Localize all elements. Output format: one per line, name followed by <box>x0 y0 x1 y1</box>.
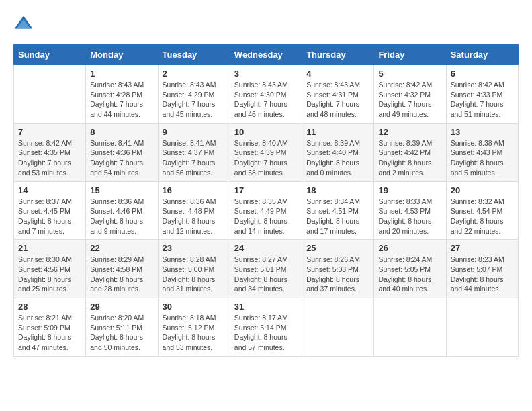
logo <box>13 13 36 34</box>
day-number: 12 <box>378 127 441 137</box>
day-number: 1 <box>90 68 153 79</box>
calendar-day-cell: 24Sunrise: 8:27 AM Sunset: 5:01 PM Dayli… <box>230 240 302 298</box>
day-info: Sunrise: 8:33 AM Sunset: 4:53 PM Dayligh… <box>378 197 441 236</box>
day-of-week-header: Sunday <box>14 45 86 65</box>
calendar-day-cell: 11Sunrise: 8:39 AM Sunset: 4:40 PM Dayli… <box>302 123 374 181</box>
calendar-day-cell: 1Sunrise: 8:43 AM Sunset: 4:28 PM Daylig… <box>86 65 158 124</box>
day-number: 10 <box>234 127 298 137</box>
calendar-week-row: 1Sunrise: 8:43 AM Sunset: 4:28 PM Daylig… <box>14 65 519 124</box>
day-number: 14 <box>18 185 81 195</box>
calendar-day-cell: 23Sunrise: 8:28 AM Sunset: 5:00 PM Dayli… <box>158 240 230 298</box>
calendar-day-cell: 20Sunrise: 8:32 AM Sunset: 4:54 PM Dayli… <box>446 181 518 240</box>
day-info: Sunrise: 8:21 AM Sunset: 5:09 PM Dayligh… <box>18 313 81 353</box>
day-of-week-header: Wednesday <box>230 45 302 65</box>
day-info: Sunrise: 8:29 AM Sunset: 4:58 PM Dayligh… <box>90 255 153 294</box>
day-number: 18 <box>306 185 369 195</box>
day-number: 20 <box>451 185 514 195</box>
day-number: 7 <box>18 127 81 137</box>
calendar-day-cell: 9Sunrise: 8:41 AM Sunset: 4:37 PM Daylig… <box>158 123 230 181</box>
calendar-day-cell: 14Sunrise: 8:37 AM Sunset: 4:45 PM Dayli… <box>14 181 86 240</box>
day-of-week-header: Monday <box>86 45 158 65</box>
calendar-day-cell: 17Sunrise: 8:35 AM Sunset: 4:49 PM Dayli… <box>230 181 302 240</box>
calendar-day-cell <box>446 298 518 357</box>
calendar-day-cell: 15Sunrise: 8:36 AM Sunset: 4:46 PM Dayli… <box>86 181 158 240</box>
calendar-day-cell: 19Sunrise: 8:33 AM Sunset: 4:53 PM Dayli… <box>374 181 446 240</box>
day-info: Sunrise: 8:26 AM Sunset: 5:03 PM Dayligh… <box>306 255 369 294</box>
calendar-day-cell: 6Sunrise: 8:42 AM Sunset: 4:33 PM Daylig… <box>446 65 518 124</box>
day-info: Sunrise: 8:42 AM Sunset: 4:35 PM Dayligh… <box>18 138 81 178</box>
day-info: Sunrise: 8:39 AM Sunset: 4:42 PM Dayligh… <box>378 138 441 178</box>
day-info: Sunrise: 8:43 AM Sunset: 4:30 PM Dayligh… <box>234 80 298 120</box>
calendar-day-cell: 8Sunrise: 8:41 AM Sunset: 4:36 PM Daylig… <box>86 123 158 181</box>
day-info: Sunrise: 8:18 AM Sunset: 5:12 PM Dayligh… <box>163 313 226 353</box>
logo-icon <box>13 13 34 34</box>
day-info: Sunrise: 8:30 AM Sunset: 4:56 PM Dayligh… <box>18 255 81 294</box>
calendar-day-cell <box>302 298 374 357</box>
day-number: 6 <box>451 68 514 79</box>
day-info: Sunrise: 8:20 AM Sunset: 5:11 PM Dayligh… <box>90 313 153 353</box>
calendar-day-cell: 13Sunrise: 8:38 AM Sunset: 4:43 PM Dayli… <box>446 123 518 181</box>
calendar-day-cell: 22Sunrise: 8:29 AM Sunset: 4:58 PM Dayli… <box>86 240 158 298</box>
day-number: 30 <box>163 302 226 312</box>
day-number: 5 <box>378 68 441 79</box>
day-info: Sunrise: 8:43 AM Sunset: 4:31 PM Dayligh… <box>306 80 369 120</box>
day-info: Sunrise: 8:43 AM Sunset: 4:28 PM Dayligh… <box>90 80 153 120</box>
day-number: 25 <box>306 243 369 253</box>
day-info: Sunrise: 8:35 AM Sunset: 4:49 PM Dayligh… <box>234 197 298 236</box>
calendar-week-row: 14Sunrise: 8:37 AM Sunset: 4:45 PM Dayli… <box>14 181 519 240</box>
day-info: Sunrise: 8:39 AM Sunset: 4:40 PM Dayligh… <box>306 138 369 178</box>
day-number: 24 <box>234 243 298 253</box>
day-number: 19 <box>378 185 441 195</box>
day-number: 13 <box>451 127 514 137</box>
day-info: Sunrise: 8:42 AM Sunset: 4:33 PM Dayligh… <box>451 80 514 120</box>
day-info: Sunrise: 8:40 AM Sunset: 4:39 PM Dayligh… <box>234 138 298 178</box>
day-number: 11 <box>306 127 369 137</box>
calendar-day-cell: 29Sunrise: 8:20 AM Sunset: 5:11 PM Dayli… <box>86 298 158 357</box>
calendar-day-cell: 3Sunrise: 8:43 AM Sunset: 4:30 PM Daylig… <box>230 65 302 124</box>
day-number: 9 <box>163 127 226 137</box>
page-header <box>13 13 519 34</box>
day-of-week-header: Friday <box>374 45 446 65</box>
calendar-week-row: 7Sunrise: 8:42 AM Sunset: 4:35 PM Daylig… <box>14 123 519 181</box>
calendar-day-cell: 31Sunrise: 8:17 AM Sunset: 5:14 PM Dayli… <box>230 298 302 357</box>
day-info: Sunrise: 8:28 AM Sunset: 5:00 PM Dayligh… <box>163 255 226 294</box>
day-number: 8 <box>90 127 153 137</box>
day-of-week-header: Thursday <box>302 45 374 65</box>
day-number: 31 <box>234 302 298 312</box>
calendar-day-cell <box>374 298 446 357</box>
day-number: 26 <box>378 243 441 253</box>
day-number: 15 <box>90 185 153 195</box>
day-number: 4 <box>306 68 369 79</box>
day-number: 23 <box>163 243 226 253</box>
day-of-week-header: Saturday <box>446 45 518 65</box>
calendar-week-row: 28Sunrise: 8:21 AM Sunset: 5:09 PM Dayli… <box>14 298 519 357</box>
calendar-day-cell: 5Sunrise: 8:42 AM Sunset: 4:32 PM Daylig… <box>374 65 446 124</box>
calendar-week-row: 21Sunrise: 8:30 AM Sunset: 4:56 PM Dayli… <box>14 240 519 298</box>
calendar-day-cell: 26Sunrise: 8:24 AM Sunset: 5:05 PM Dayli… <box>374 240 446 298</box>
day-of-week-header: Tuesday <box>158 45 230 65</box>
calendar-header-row: SundayMondayTuesdayWednesdayThursdayFrid… <box>14 45 519 65</box>
day-number: 22 <box>90 243 153 253</box>
day-number: 17 <box>234 185 298 195</box>
day-info: Sunrise: 8:27 AM Sunset: 5:01 PM Dayligh… <box>234 255 298 294</box>
calendar-day-cell: 28Sunrise: 8:21 AM Sunset: 5:09 PM Dayli… <box>14 298 86 357</box>
calendar-day-cell <box>14 65 86 124</box>
day-number: 16 <box>163 185 226 195</box>
day-info: Sunrise: 8:41 AM Sunset: 4:37 PM Dayligh… <box>163 138 226 178</box>
day-info: Sunrise: 8:23 AM Sunset: 5:07 PM Dayligh… <box>451 255 514 294</box>
calendar-day-cell: 21Sunrise: 8:30 AM Sunset: 4:56 PM Dayli… <box>14 240 86 298</box>
calendar-day-cell: 4Sunrise: 8:43 AM Sunset: 4:31 PM Daylig… <box>302 65 374 124</box>
day-number: 27 <box>451 243 514 253</box>
calendar-day-cell: 30Sunrise: 8:18 AM Sunset: 5:12 PM Dayli… <box>158 298 230 357</box>
day-number: 3 <box>234 68 298 79</box>
calendar-day-cell: 12Sunrise: 8:39 AM Sunset: 4:42 PM Dayli… <box>374 123 446 181</box>
day-info: Sunrise: 8:43 AM Sunset: 4:29 PM Dayligh… <box>163 80 226 120</box>
calendar-day-cell: 7Sunrise: 8:42 AM Sunset: 4:35 PM Daylig… <box>14 123 86 181</box>
day-info: Sunrise: 8:38 AM Sunset: 4:43 PM Dayligh… <box>451 138 514 178</box>
calendar-day-cell: 16Sunrise: 8:36 AM Sunset: 4:48 PM Dayli… <box>158 181 230 240</box>
day-info: Sunrise: 8:36 AM Sunset: 4:48 PM Dayligh… <box>163 197 226 236</box>
day-info: Sunrise: 8:42 AM Sunset: 4:32 PM Dayligh… <box>378 80 441 120</box>
calendar-table: SundayMondayTuesdayWednesdayThursdayFrid… <box>13 44 519 357</box>
day-number: 28 <box>18 302 81 312</box>
day-info: Sunrise: 8:41 AM Sunset: 4:36 PM Dayligh… <box>90 138 153 178</box>
